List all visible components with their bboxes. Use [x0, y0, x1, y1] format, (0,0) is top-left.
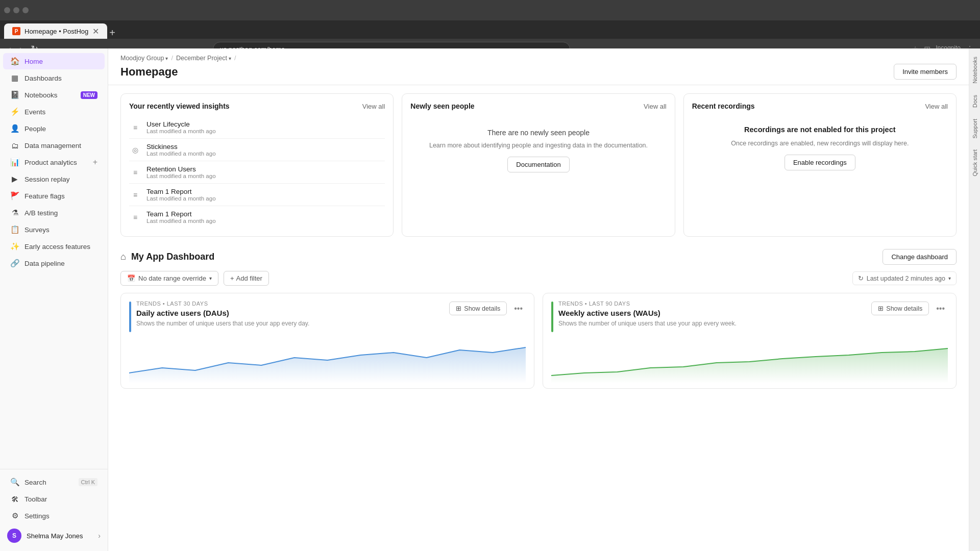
active-tab[interactable]: P Homepage • PostHog ✕ [4, 23, 107, 39]
minimize-btn[interactable] [4, 7, 10, 13]
documentation-button[interactable]: Documentation [507, 157, 569, 172]
sidebar-item-early-access-label: Early access features [24, 243, 90, 251]
tab-favicon: P [12, 27, 20, 35]
maximize-btn[interactable] [13, 7, 19, 13]
recordings-view-all[interactable]: View all [925, 103, 948, 110]
sidebar-item-settings[interactable]: ⚙ Settings [3, 508, 105, 524]
last-updated-chevron: ▾ [948, 276, 951, 281]
surveys-icon: 📋 [10, 225, 19, 234]
insights-view-all[interactable]: View all [362, 103, 385, 110]
insight-icon-1: ◎ [129, 144, 141, 156]
dau-card: TRENDS • LAST 30 DAYS Daily active users… [120, 293, 534, 389]
sidebar-item-product-analytics[interactable]: 📊 Product analytics + [3, 154, 105, 170]
wau-card-content: TRENDS • LAST 90 DAYS Weekly active user… [558, 300, 866, 328]
dau-show-details-button[interactable]: ⊞ Show details [449, 302, 507, 315]
sidebar-item-ab-testing-label: A/B testing [24, 209, 58, 217]
user-profile[interactable]: S Shelma May Jones › [0, 524, 108, 547]
right-panel-quickstart[interactable]: Quick start [971, 145, 979, 181]
session-replay-icon: ▶ [10, 174, 19, 184]
sidebar-item-surveys-label: Surveys [24, 226, 50, 234]
sidebar-item-session-replay-label: Session replay [24, 176, 70, 183]
sidebar-item-ab-testing[interactable]: ⚗ A/B testing [3, 205, 105, 221]
wau-card-desc: Shows the number of unique users that us… [558, 319, 866, 328]
insight-modified-1: Last modified a month ago [146, 151, 216, 157]
people-view-all[interactable]: View all [644, 103, 667, 110]
people-card: Newly seen people View all There are no … [402, 93, 675, 237]
insight-modified-3: Last modified a month ago [146, 195, 216, 202]
early-access-icon: ✨ [10, 242, 19, 251]
breadcrumb-group[interactable]: Moodjoy Group ▾ [120, 55, 168, 62]
sidebar-item-events[interactable]: ⚡ Events [3, 104, 105, 120]
insight-modified-4: Last modified a month ago [146, 218, 216, 224]
right-panel-docs[interactable]: Docs [971, 91, 979, 112]
top-cards-row: Your recently viewed insights View all ≡… [120, 93, 957, 237]
insight-item-4: ≡ Team 1 Report Last modified a month ag… [129, 206, 385, 228]
sidebar-item-home[interactable]: 🏠 Home [3, 53, 105, 69]
recordings-card: Recent recordings View all Recordings ar… [683, 93, 957, 237]
app-container: 🏠 Home ▦ Dashboards 📓 Notebooks NEW ⚡ Ev… [0, 48, 980, 551]
window-controls [4, 7, 29, 13]
last-updated-info[interactable]: ↻ Last updated 2 minutes ago ▾ [852, 271, 957, 285]
add-filter-button[interactable]: + Add filter [224, 271, 269, 286]
close-btn[interactable] [22, 7, 29, 13]
sidebar-item-search[interactable]: 🔍 Search Ctrl K [3, 474, 105, 490]
notebooks-new-badge: NEW [81, 91, 97, 99]
product-analytics-add-btn[interactable]: + [93, 158, 97, 167]
right-panel: Notebooks Docs Support Quick start [969, 48, 980, 551]
sidebar-item-data-management[interactable]: 🗂 Data management [3, 137, 105, 154]
wau-more-button[interactable]: ••• [933, 302, 948, 315]
dau-card-border [129, 302, 131, 332]
wau-card-meta: TRENDS • LAST 90 DAYS [558, 300, 866, 307]
dau-card-content: TRENDS • LAST 30 DAYS Daily active users… [136, 300, 444, 328]
sidebar-item-data-pipeline[interactable]: 🔗 Data pipeline [3, 255, 105, 271]
insight-text-4: Team 1 Report Last modified a month ago [146, 210, 216, 224]
sidebar-item-notebooks[interactable]: 📓 Notebooks NEW [3, 87, 105, 103]
recordings-card-title: Recent recordings [692, 102, 755, 110]
tab-close-btn[interactable]: ✕ [92, 27, 99, 36]
tab-bar: P Homepage • PostHog ✕ + [0, 20, 980, 39]
wau-details-icon: ⊞ [878, 305, 884, 312]
sidebar-item-feature-flags[interactable]: 🚩 Feature flags [3, 188, 105, 204]
wau-card-header: TRENDS • LAST 90 DAYS Weekly active user… [543, 293, 956, 332]
dashboard-home-icon: ⌂ [120, 252, 126, 262]
add-filter-label: Add filter [236, 274, 262, 282]
sidebar-nav: 🏠 Home ▦ Dashboards 📓 Notebooks NEW ⚡ Ev… [0, 48, 108, 469]
recordings-empty-desc: Once recordings are enabled, new recordi… [731, 139, 909, 148]
people-empty-title: There are no newly seen people [487, 129, 590, 137]
dashboards-icon: ▦ [10, 73, 19, 83]
dau-chart [121, 337, 534, 388]
dau-card-header: TRENDS • LAST 30 DAYS Daily active users… [121, 293, 534, 332]
date-range-filter[interactable]: 📅 No date range override ▾ [120, 271, 218, 286]
change-dashboard-button[interactable]: Change dashboard [883, 249, 957, 265]
breadcrumb-project[interactable]: December Project ▾ [176, 55, 231, 62]
sidebar-item-toolbar-label: Toolbar [24, 495, 47, 503]
search-shortcut: Ctrl K [79, 478, 98, 486]
sidebar-item-dashboards[interactable]: ▦ Dashboards [3, 70, 105, 86]
wau-show-details-button[interactable]: ⊞ Show details [871, 302, 929, 315]
right-panel-support[interactable]: Support [971, 115, 979, 143]
browser-chrome: P Homepage • PostHog ✕ + ‹ › ↻ us.postho… [0, 0, 980, 48]
sidebar-item-early-access[interactable]: ✨ Early access features [3, 238, 105, 255]
sidebar-item-surveys[interactable]: 📋 Surveys [3, 221, 105, 238]
sidebar-item-data-pipeline-label: Data pipeline [24, 260, 65, 267]
dau-more-button[interactable]: ••• [511, 302, 526, 315]
people-card-title: Newly seen people [410, 102, 474, 110]
insight-title-3: Team 1 Report [146, 188, 216, 195]
avatar: S [7, 529, 21, 543]
sidebar-item-home-label: Home [24, 58, 43, 65]
data-management-icon: 🗂 [10, 141, 19, 150]
sidebar-item-toolbar[interactable]: 🛠 Toolbar [3, 491, 105, 507]
insight-text-2: Retention Users Last modified a month ag… [146, 165, 216, 179]
sidebar-item-people[interactable]: 👤 People [3, 120, 105, 137]
insight-modified-2: Last modified a month ago [146, 173, 216, 179]
right-panel-notebooks[interactable]: Notebooks [971, 53, 979, 88]
insight-item: ≡ User Lifecycle Last modified a month a… [129, 116, 385, 139]
recordings-empty-state: Recordings are not enabled for this proj… [692, 116, 948, 179]
sidebar-item-session-replay[interactable]: ▶ Session replay [3, 171, 105, 187]
insight-title-1: Stickiness [146, 143, 216, 151]
new-tab-btn[interactable]: + [109, 27, 115, 39]
enable-recordings-button[interactable]: Enable recordings [785, 155, 855, 170]
invite-members-button[interactable]: Invite members [894, 64, 957, 80]
sidebar-bottom: 🔍 Search Ctrl K 🛠 Toolbar ⚙ Settings S S… [0, 469, 108, 551]
people-card-header: Newly seen people View all [410, 102, 666, 110]
